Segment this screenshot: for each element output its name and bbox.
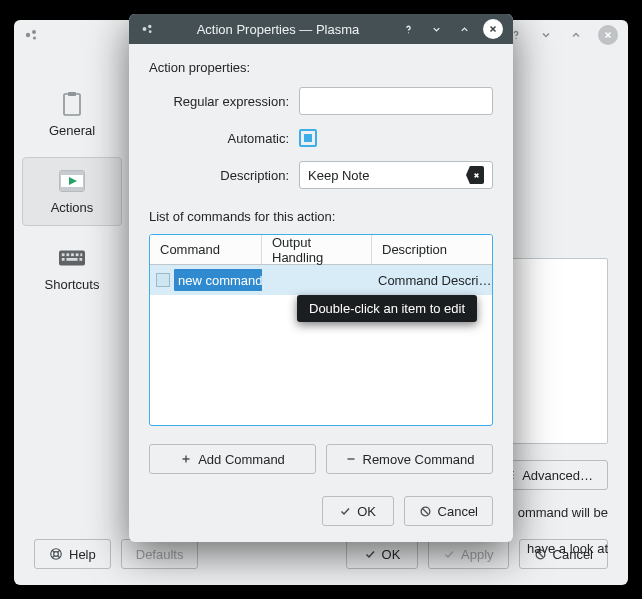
sidebar-item-shortcuts[interactable]: Shortcuts — [22, 234, 122, 303]
button-label: Add Command — [198, 452, 285, 467]
dialog-footer: OK Cancel — [129, 490, 513, 542]
advanced-label: Advanced… — [522, 468, 593, 483]
svg-point-22 — [54, 552, 59, 557]
check-icon — [443, 548, 455, 560]
svg-rect-10 — [62, 253, 65, 256]
check-mark-icon — [304, 134, 312, 142]
svg-point-3 — [515, 38, 516, 39]
cancel-button[interactable]: Cancel — [404, 496, 493, 526]
app-icon — [24, 27, 40, 43]
svg-rect-13 — [76, 253, 79, 256]
button-label: Cancel — [438, 504, 478, 519]
info-text: ommand will be have a look at — [518, 502, 608, 560]
svg-rect-15 — [62, 258, 65, 261]
svg-point-26 — [149, 30, 152, 33]
svg-point-24 — [143, 27, 147, 31]
automatic-label: Automatic: — [149, 131, 289, 146]
command-edit-field[interactable]: new command — [174, 269, 262, 291]
table-row[interactable]: new command ore Command Descri… — [150, 265, 492, 295]
regex-input[interactable] — [299, 87, 493, 115]
sidebar-item-label: General — [49, 123, 95, 138]
th-description[interactable]: Description — [372, 235, 492, 264]
th-output[interactable]: Output Handling — [262, 235, 372, 264]
dialog-titlebar[interactable]: Action Properties — Plasma — [129, 14, 513, 44]
ok-button[interactable]: OK — [346, 539, 418, 569]
button-label: Defaults — [136, 547, 184, 562]
svg-rect-12 — [71, 253, 74, 256]
defaults-button[interactable]: Defaults — [121, 539, 199, 569]
close-icon[interactable] — [598, 25, 618, 45]
button-label: Apply — [461, 547, 494, 562]
sidebar-item-actions[interactable]: Actions — [22, 157, 122, 226]
play-icon — [59, 168, 85, 194]
svg-point-27 — [407, 32, 408, 33]
svg-point-2 — [33, 36, 36, 39]
app-icon — [139, 20, 157, 38]
clear-icon[interactable] — [466, 166, 484, 184]
button-label: Remove Command — [363, 452, 475, 467]
regex-label: Regular expression: — [149, 94, 289, 109]
apply-button[interactable]: Apply — [428, 539, 509, 569]
automatic-checkbox[interactable] — [299, 129, 317, 147]
sidebar-item-general[interactable]: General — [22, 80, 122, 149]
action-properties-dialog: Action Properties — Plasma Action proper… — [129, 14, 513, 542]
svg-point-0 — [26, 33, 30, 37]
command-button-bar: Add Command Remove Command — [149, 444, 493, 474]
commands-table[interactable]: Command Output Handling Description new … — [149, 234, 493, 426]
edit-tooltip: Double-click an item to edit — [297, 295, 477, 322]
svg-rect-16 — [66, 258, 77, 261]
form-row-regex: Regular expression: — [149, 87, 493, 115]
svg-point-1 — [32, 30, 36, 34]
cell-command[interactable]: new command ore — [150, 269, 262, 291]
info-line: ommand will be — [518, 502, 608, 524]
table-header: Command Output Handling Description — [150, 235, 492, 265]
description-label: Description: — [149, 168, 289, 183]
svg-rect-17 — [79, 258, 82, 261]
command-icon — [156, 273, 170, 287]
plus-icon — [180, 453, 192, 465]
help-icon[interactable] — [399, 20, 417, 38]
keyboard-icon — [59, 245, 85, 271]
sidebar-item-label: Shortcuts — [45, 277, 100, 292]
svg-rect-14 — [80, 253, 82, 256]
close-icon[interactable] — [483, 19, 503, 39]
svg-rect-4 — [64, 94, 80, 115]
description-input[interactable]: Keep Note — [299, 161, 493, 189]
dialog-body: Action properties: Regular expression: A… — [129, 44, 513, 490]
help-button[interactable]: Help — [34, 539, 111, 569]
input-value: Keep Note — [308, 168, 466, 183]
cell-description[interactable]: Command Descri… — [372, 273, 492, 288]
chevron-down-icon[interactable] — [538, 27, 554, 43]
ok-button[interactable]: OK — [322, 496, 394, 526]
check-icon — [339, 505, 351, 517]
sidebar-item-label: Actions — [51, 200, 94, 215]
clipboard-icon — [59, 91, 85, 117]
button-label: OK — [382, 547, 401, 562]
editing-text: new command — [178, 273, 262, 288]
check-icon — [364, 548, 376, 560]
form-row-automatic: Automatic: — [149, 129, 493, 147]
button-label: OK — [357, 504, 376, 519]
ban-icon — [419, 505, 432, 518]
svg-point-25 — [148, 25, 152, 29]
lifebuoy-icon — [49, 547, 63, 561]
th-command[interactable]: Command — [150, 235, 262, 264]
remove-command-button[interactable]: Remove Command — [326, 444, 493, 474]
dialog-title: Action Properties — Plasma — [167, 22, 389, 37]
add-command-button[interactable]: Add Command — [149, 444, 316, 474]
svg-rect-11 — [66, 253, 69, 256]
list-heading: List of commands for this action: — [149, 209, 493, 224]
section-heading: Action properties: — [149, 60, 493, 75]
svg-rect-8 — [60, 187, 84, 191]
chevron-down-icon[interactable] — [427, 20, 445, 38]
info-line: have a look at — [518, 538, 608, 560]
form-row-description: Description: Keep Note — [149, 161, 493, 189]
chevron-up-icon[interactable] — [455, 20, 473, 38]
minus-icon — [345, 453, 357, 465]
svg-rect-7 — [60, 171, 84, 175]
sidebar: General Actions Shortcuts — [14, 50, 130, 537]
svg-rect-5 — [68, 92, 76, 96]
button-label: Help — [69, 547, 96, 562]
chevron-up-icon[interactable] — [568, 27, 584, 43]
